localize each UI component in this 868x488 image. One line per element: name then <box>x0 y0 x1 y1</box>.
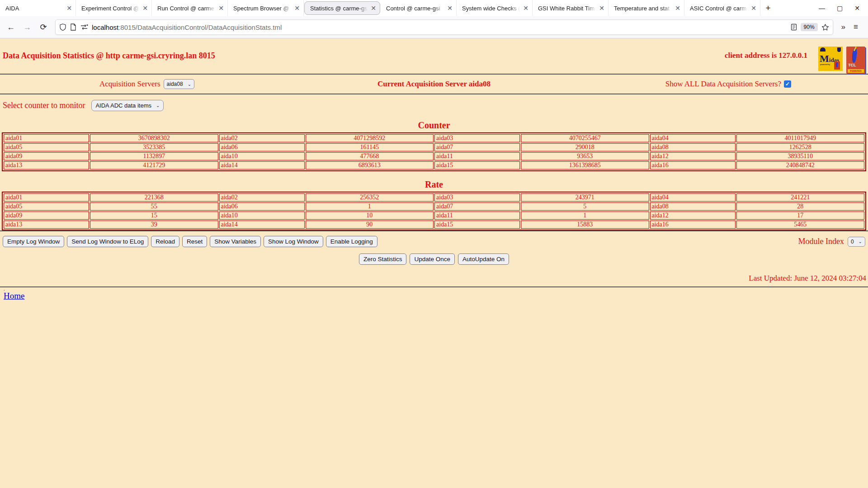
rate-table: aida01221368aida02256352aida03243971aida… <box>2 192 866 230</box>
tab-close-icon[interactable]: ✕ <box>751 5 756 12</box>
acquisition-server-row: Current Acquisition Server aida08 Acquis… <box>0 75 868 94</box>
tab-close-icon[interactable]: ✕ <box>523 5 528 12</box>
tab-close-icon[interactable]: ✕ <box>218 5 224 12</box>
counter-cell-name: aida07 <box>434 143 520 151</box>
acquisition-server-select[interactable]: aida08 ⌄ <box>164 79 194 89</box>
counter-cell-value: 4071298592 <box>306 134 434 142</box>
close-icon[interactable]: ✕ <box>854 5 860 12</box>
window-controls: — ▢ ✕ <box>811 0 868 16</box>
browser-tab[interactable]: Experiment Control @✕ <box>76 0 152 16</box>
tab-close-icon[interactable]: ✕ <box>675 5 680 12</box>
counter-cell-name: aida16 <box>650 161 736 169</box>
page-header: Data Acquisition Statistics @ http carme… <box>0 47 868 74</box>
home-link[interactable]: Home <box>4 291 24 301</box>
toolbar-reset-button[interactable]: Reset <box>182 236 207 247</box>
counter-cell-name: aida15 <box>434 161 520 169</box>
back-icon[interactable]: ← <box>4 20 18 34</box>
update-autoupdate-on-button[interactable]: AutoUpdate On <box>458 253 509 265</box>
url-text[interactable]: localhost:8015/DataAcquisitionControl/Da… <box>92 23 787 31</box>
counter-cell-name: aida13 <box>4 161 89 169</box>
update-buttons-row: Zero StatisticsUpdate OnceAutoUpdate On <box>0 247 868 265</box>
toolbar-enable-logging-button[interactable]: Enable Logging <box>326 236 377 247</box>
page-icon[interactable] <box>70 23 76 31</box>
tab-close-icon[interactable]: ✕ <box>294 5 300 12</box>
counter-cell-name: aida08 <box>650 143 736 151</box>
tab-label: System wide Checks ( <box>462 5 521 12</box>
tab-close-icon[interactable]: ✕ <box>599 5 604 12</box>
midas-logo[interactable]: Midas powered by <box>818 47 843 71</box>
tabs-container: AIDA✕Experiment Control @✕Run Control @ … <box>0 0 760 16</box>
counter-cell-name: aida12 <box>650 152 736 160</box>
toolbar-reload-button[interactable]: Reload <box>151 236 179 247</box>
shield-icon[interactable] <box>59 23 66 31</box>
rate-cell-name: aida07 <box>434 202 520 211</box>
reload-icon[interactable]: ⟳ <box>36 20 51 34</box>
select-counter-label: Select counter to monitor <box>3 101 85 110</box>
browser-tab[interactable]: AIDA✕ <box>0 0 76 16</box>
rate-table-row: aida01221368aida02256352aida03243971aida… <box>4 193 864 202</box>
rate-table-row: aida0555aida061aida075aida0828 <box>4 202 864 211</box>
tab-close-icon[interactable]: ✕ <box>447 5 453 12</box>
acquisition-server-value: aida08 <box>167 81 183 87</box>
rate-cell-value: 1 <box>306 202 434 211</box>
rate-cell-value: 90 <box>306 221 434 229</box>
browser-tab[interactable]: ASIC Control @ carm✕ <box>684 0 760 16</box>
url-bar[interactable]: localhost:8015/DataAcquisitionControl/Da… <box>55 19 833 35</box>
browser-tab[interactable]: GSI White Rabbit Tim✕ <box>533 0 609 16</box>
toolbar-show-variables-button[interactable]: Show Variables <box>210 236 261 247</box>
browser-tab[interactable]: Run Control @ carme✕ <box>152 0 228 16</box>
update-update-once-button[interactable]: Update Once <box>410 253 455 265</box>
browser-tab[interactable]: Control @ carme-gsi✕ <box>381 0 457 16</box>
reader-mode-icon[interactable] <box>791 23 797 31</box>
rate-cell-value: 5465 <box>736 221 865 229</box>
tcl-powered-logo[interactable]: TCL POWERED <box>846 47 865 74</box>
counter-cell-value: 93653 <box>521 152 649 160</box>
rate-cell-value: 17 <box>736 211 865 220</box>
counter-cell-value: 477668 <box>306 152 434 160</box>
module-index-label: Module Index <box>798 237 844 246</box>
counter-monitor-select[interactable]: AIDA ADC data items ⌄ <box>91 100 164 111</box>
module-index-select[interactable]: 0 ⌄ <box>848 237 865 247</box>
rate-heading: Rate <box>0 179 868 190</box>
counter-cell-value: 1361398685 <box>521 161 649 169</box>
browser-tab[interactable]: System wide Checks (✕ <box>457 0 533 16</box>
counter-cell-value: 3670898302 <box>90 134 218 142</box>
rate-cell-name: aida12 <box>650 211 736 220</box>
counter-table-row: aida013670898302aida024071298592aida0340… <box>4 134 864 142</box>
overflow-chevrons-icon[interactable]: » <box>841 23 845 32</box>
browser-tab[interactable]: Statistics @ carme-gs✕ <box>304 1 380 15</box>
rate-table-row: aida0915aida1010aida111aida1217 <box>4 211 864 220</box>
rate-cell-name: aida05 <box>4 202 89 211</box>
browser-tab[interactable]: Temperature and stat✕ <box>609 0 684 16</box>
tab-close-icon[interactable]: ✕ <box>371 5 376 12</box>
tcl-powered-text: POWERED <box>848 69 864 73</box>
hamburger-menu-icon[interactable]: ≡ <box>854 23 858 32</box>
minimize-icon[interactable]: — <box>819 5 825 12</box>
toolbar-show-log-window-button[interactable]: Show Log Window <box>264 236 323 247</box>
zoom-level-button[interactable]: 90% <box>801 23 818 31</box>
rate-cell-value: 10 <box>306 211 434 220</box>
maximize-icon[interactable]: ▢ <box>837 5 843 12</box>
counter-select-row: Select counter to monitor AIDA ADC data … <box>0 94 868 116</box>
toolbar-send-log-window-to-elog-button[interactable]: Send Log Window to ELog <box>67 236 148 247</box>
forward-icon[interactable]: → <box>20 20 34 34</box>
bookmark-star-icon[interactable] <box>821 23 829 31</box>
rate-table-row: aida1339aida1490aida1515883aida165465 <box>4 221 864 229</box>
tab-label: Spectrum Browser @ <box>233 5 292 12</box>
toolbar-empty-log-window-button[interactable]: Empty Log Window <box>3 236 64 247</box>
new-tab-button[interactable]: + <box>760 0 776 16</box>
url-host: localhost <box>92 23 118 31</box>
counter-cell-value: 4011017949 <box>736 134 865 142</box>
counter-cell-value: 4121729 <box>90 161 218 169</box>
update-zero-statistics-button[interactable]: Zero Statistics <box>359 253 407 265</box>
rate-cell-value: 28 <box>736 202 865 211</box>
counter-cell-name: aida04 <box>650 134 736 142</box>
tab-close-icon[interactable]: ✕ <box>66 5 72 12</box>
permissions-arrows-icon[interactable] <box>80 24 88 30</box>
show-all-checkbox[interactable]: ✓ <box>784 80 791 88</box>
rate-cell-name: aida01 <box>4 193 89 202</box>
tab-close-icon[interactable]: ✕ <box>142 5 148 12</box>
rate-cell-name: aida13 <box>4 221 89 229</box>
page-body: Data Acquisition Statistics @ http carme… <box>0 38 868 488</box>
browser-tab[interactable]: Spectrum Browser @✕ <box>228 0 304 16</box>
